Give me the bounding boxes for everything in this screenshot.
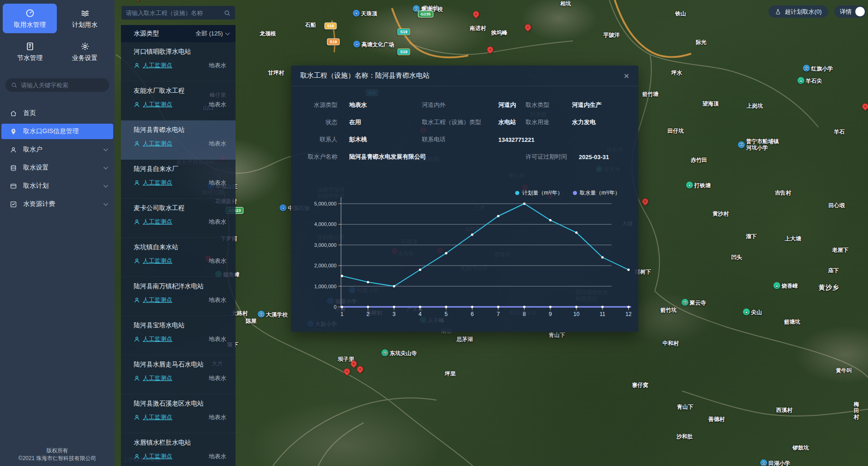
sidebar-menu-item[interactable]: 水资源计费 bbox=[0, 196, 115, 212]
map-label: 梅田村 bbox=[854, 401, 863, 420]
temple-poi-icon[interactable]: 寺 bbox=[682, 299, 688, 306]
module-button[interactable]: 业务设置 bbox=[58, 37, 112, 66]
field-value: 河道内生产 bbox=[572, 101, 602, 109]
field-label: 水源类型 bbox=[300, 101, 337, 109]
nature-poi-icon[interactable]: ▲ bbox=[743, 309, 750, 316]
station-meta-row: 人工监测点地表水 bbox=[134, 218, 226, 226]
monitor-type-link[interactable]: 人工监测点 bbox=[143, 452, 172, 461]
map-label-text: 凹头 bbox=[731, 254, 742, 261]
map-label-text: 上岗坑 bbox=[747, 103, 763, 109]
svg-text:3,000,000: 3,000,000 bbox=[314, 242, 336, 248]
close-icon[interactable]: × bbox=[624, 71, 629, 80]
map-label-text: 相坑 bbox=[560, 0, 571, 7]
map-label: 上大塘 bbox=[785, 236, 801, 242]
monitor-type-link[interactable]: 人工监测点 bbox=[143, 335, 172, 343]
person-icon bbox=[134, 62, 140, 69]
field-label: 状态 bbox=[300, 118, 337, 126]
station-list-item[interactable]: 陆河县青磜水电站人工监测点地表水 bbox=[121, 120, 236, 160]
road-shield: S19 bbox=[327, 39, 340, 45]
map-label: 望海顶 bbox=[702, 100, 719, 107]
station-name: 麦卡公司取水工程 bbox=[134, 204, 226, 212]
map-label: 箭塘坑 bbox=[784, 319, 800, 325]
map-label: 寺东坑尖山寺 bbox=[381, 350, 417, 356]
map-label: 铁山 bbox=[675, 10, 686, 17]
station-list-item[interactable]: 陆河县水唇走马石水电站人工监测点地表水 bbox=[121, 355, 236, 394]
station-list-item[interactable]: 陆河县南万镇杞洋水电站人工监测点地表水 bbox=[121, 277, 236, 316]
road-shield: G235 bbox=[418, 11, 433, 18]
school-poi-icon[interactable]: 文 bbox=[760, 460, 767, 466]
map-label: 文田湖小学 bbox=[760, 460, 790, 466]
svg-text:4,000,000: 4,000,000 bbox=[314, 221, 336, 227]
map-label-text: 锣鼓坑 bbox=[793, 445, 809, 451]
sidebar-menu-item[interactable]: 取水计划 bbox=[0, 178, 115, 194]
temple-poi-icon[interactable]: 寺 bbox=[381, 350, 388, 356]
sidebar-search[interactable] bbox=[5, 78, 109, 92]
pin-icon bbox=[10, 128, 17, 135]
nature-poi-icon[interactable]: ▲ bbox=[773, 282, 780, 289]
map-label-text: 羊石尖 bbox=[806, 77, 822, 84]
station-list-item[interactable]: 麦卡公司取水工程人工监测点地表水 bbox=[121, 199, 236, 238]
user-icon bbox=[10, 146, 17, 153]
map-label: 文红旗小学 bbox=[803, 65, 833, 72]
map-label-text: 寨仔窝 bbox=[632, 382, 648, 388]
module-button[interactable]: 取用水管理 bbox=[3, 4, 57, 33]
monitor-type-link[interactable]: 人工监测点 bbox=[143, 296, 172, 304]
filter-dropdown[interactable]: 全部 (125) bbox=[196, 30, 229, 38]
station-search-input[interactable] bbox=[126, 10, 220, 16]
sidebar-search-input[interactable] bbox=[21, 82, 104, 89]
map-label: 坪里 bbox=[445, 371, 456, 377]
monitor-type-link[interactable]: 人工监测点 bbox=[143, 61, 172, 70]
building-poi-icon[interactable]: ▪ bbox=[353, 41, 360, 48]
monitor-type-link[interactable]: 人工监测点 bbox=[143, 413, 172, 421]
map-label-text: 田心塅 bbox=[828, 202, 845, 209]
monitor-type-link[interactable]: 人工监测点 bbox=[143, 100, 172, 109]
map-label: 溜下 bbox=[746, 233, 757, 240]
field-cell: 水源类型地表水 bbox=[300, 96, 367, 114]
nature-poi-icon[interactable]: ▲ bbox=[686, 182, 693, 189]
module-button[interactable]: 计划用水 bbox=[58, 4, 112, 33]
station-list-item[interactable]: 水唇镇水栏肚水电站人工监测点地表水 bbox=[121, 433, 236, 466]
person-icon bbox=[134, 414, 140, 421]
map-label: 箭竹塘 bbox=[642, 91, 658, 97]
detail-toggle[interactable]: 详情 bbox=[834, 5, 866, 18]
person-icon bbox=[134, 219, 140, 225]
station-name: 陆河县水唇走马石水电站 bbox=[134, 361, 226, 369]
map-label-text: 挨坞峰 bbox=[491, 30, 507, 36]
person-icon bbox=[134, 258, 140, 264]
station-search[interactable] bbox=[121, 6, 235, 20]
map-label-text: 天珠顶 bbox=[361, 10, 377, 16]
field-cell: 河道内外河道内 bbox=[422, 96, 516, 114]
station-list-item[interactable]: 东坑镇自来水站人工监测点地表水 bbox=[121, 238, 236, 277]
map-label-text: 南进村 bbox=[470, 25, 486, 31]
map-label-text: 烧香嶂 bbox=[782, 282, 798, 289]
menu-item-label: 取水户 bbox=[23, 145, 104, 154]
sidebar-menu-item[interactable]: 取水口GIS信息管理 bbox=[1, 124, 113, 139]
school-poi-icon[interactable]: 文 bbox=[803, 65, 810, 72]
map-label-text: 大溪学校 bbox=[266, 311, 288, 317]
school-poi-icon[interactable]: 文 bbox=[738, 141, 745, 148]
station-list-item[interactable]: 陆河县自来水厂人工监测点地表水 bbox=[121, 160, 236, 199]
monitor-type-link[interactable]: 人工监测点 bbox=[143, 140, 172, 148]
station-list-item[interactable]: 友能水厂取水工程人工监测点地表水 bbox=[121, 81, 236, 120]
school-poi-icon[interactable]: 文 bbox=[258, 311, 265, 318]
station-detail-modal: 取水工程（设施）名称：陆河县青磜水电站 × 水源类型地表水河道内外河道内取水类型… bbox=[291, 65, 638, 332]
module-button[interactable]: 节水管理 bbox=[3, 37, 57, 66]
building-poi-icon[interactable]: ▪ bbox=[353, 10, 360, 17]
monitor-type-link[interactable]: 人工监测点 bbox=[143, 374, 172, 382]
chevron-down-icon bbox=[104, 165, 108, 169]
nature-poi-icon[interactable]: ▲ bbox=[798, 77, 804, 84]
sidebar-menu-item[interactable]: 取水户 bbox=[0, 142, 115, 157]
sidebar-menu-item[interactable]: 首页 bbox=[0, 105, 115, 121]
map-label-text: 陈屋 bbox=[246, 318, 256, 324]
monitor-type-link[interactable]: 人工监测点 bbox=[143, 218, 172, 226]
monitor-type-link[interactable]: 人工监测点 bbox=[143, 257, 172, 265]
gas-poi-icon[interactable]: ▪ bbox=[280, 205, 286, 211]
monitor-type-link[interactable]: 人工监测点 bbox=[143, 179, 172, 187]
station-list-item[interactable]: 河口镇唱歌潭水电站人工监测点地表水 bbox=[121, 42, 236, 81]
over-plan-button[interactable]: 超计划取水(0) bbox=[768, 5, 828, 18]
sidebar-menu-item[interactable]: 取水设置 bbox=[0, 160, 115, 175]
field-cell: 状态在用 bbox=[300, 114, 361, 131]
copyright-line2: ©2021 珠海市仁智科技有限公司 bbox=[0, 455, 115, 462]
station-list-item[interactable]: 陆河县宝塔水电站人工监测点地表水 bbox=[121, 316, 236, 355]
station-list-item[interactable]: 陆河县激石溪老区水电站人工监测点地表水 bbox=[121, 394, 236, 433]
